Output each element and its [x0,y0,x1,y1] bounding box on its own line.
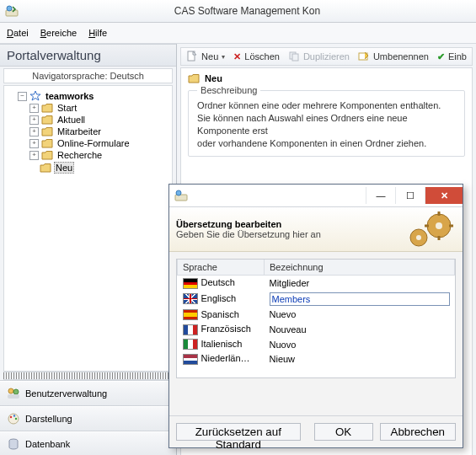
value-cell[interactable]: Nieuw [265,351,455,367]
description-line1: Ordner können eine oder mehrere Komponen… [197,99,456,112]
dialog-titlebar[interactable]: — ☐ ✕ [169,185,463,207]
folder-icon [40,163,51,173]
translation-input[interactable] [270,292,450,306]
new-label: Neu [201,51,218,62]
accordion-database[interactable]: Datenbank [0,431,176,455]
embed-button[interactable]: ✔ Einb [437,51,467,62]
folder-icon [41,115,53,125]
app-icon [5,4,19,18]
flag-icon [183,354,198,365]
menu-help[interactable]: Hilfe [88,28,107,38]
translation-grid[interactable]: Sprache Bezeichnung DeutschMitgliederEng… [176,259,456,378]
tree-item-label: Mitarbeiter [56,126,103,136]
lang-cell[interactable]: Französisch [178,322,265,337]
svg-point-7 [10,416,12,418]
svg-point-6 [8,414,19,424]
svg-rect-0 [6,10,18,16]
delete-button[interactable]: ✕ Löschen [233,51,280,62]
toolbar: Neu ▾ ✕ Löschen Duplizieren Umbenennen ✔… [180,47,473,66]
value-cell[interactable]: Nuovo [265,337,455,352]
tree-item-label: Recherche [56,150,104,160]
palette-icon [7,412,20,426]
menu-areas[interactable]: Bereiche [40,28,77,38]
reset-button[interactable]: Zurücksetzen auf Standard [176,423,301,441]
splitter[interactable] [3,372,173,380]
description-legend: Beschreibung [197,85,260,95]
value-cell[interactable]: Mitglieder [265,276,455,291]
collapse-icon[interactable]: − [18,92,27,101]
description-line3: oder vorhandene Komponenten in einen Ord… [197,137,456,150]
expand-icon[interactable] [29,164,37,172]
svg-point-1 [7,6,12,11]
app-icon [174,189,188,202]
tree-root-label: teamworks [44,91,95,101]
embed-label: Einb [448,51,467,62]
translation-value: Nieuw [270,354,296,364]
flag-icon [183,324,198,335]
expand-icon[interactable]: + [29,115,39,125]
expand-icon[interactable]: + [29,127,39,136]
star-icon [29,90,41,102]
accordion-users[interactable]: Benutzerverwaltung [0,381,176,406]
lang-cell[interactable]: Niederlän… [178,351,265,367]
gears-icon [402,211,456,248]
lang-cell[interactable]: Deutsch [178,276,265,291]
chevron-down-icon: ▾ [222,53,225,61]
description-line2: Sie können nach Auswahl eines Ordners ei… [197,112,456,137]
tree-item-label: Start [56,103,78,113]
delete-label: Löschen [244,51,280,62]
tree-item[interactable]: +Aktuell [29,115,170,125]
folder-icon [188,73,200,83]
accordion-appearance[interactable]: Darstellung [0,406,176,431]
svg-marker-2 [30,91,40,100]
minimize-button[interactable]: — [366,187,395,204]
expand-icon[interactable]: + [29,104,39,113]
tree-item[interactable]: +Recherche [29,150,170,160]
lang-cell[interactable]: Spanisch [178,308,265,323]
folder-icon [41,126,53,136]
cancel-button[interactable]: Abbrechen [380,423,456,441]
value-cell[interactable]: Nuevo [265,308,455,323]
lang-cell[interactable]: Englisch [178,291,265,308]
accordion-users-label: Benutzerverwaltung [25,388,107,399]
rename-label: Umbenennen [373,51,429,62]
col-language[interactable]: Sprache [178,260,265,276]
dialog-header: Übersetzung bearbeiten Geben Sie die Übe… [169,207,463,252]
maximize-button[interactable]: ☐ [395,187,425,204]
menu-file[interactable]: Datei [7,28,29,38]
users-icon [7,387,20,400]
tree-item-label: Aktuell [56,115,87,125]
sidebar: Portalverwaltung Navigatorsprache: Deuts… [0,44,177,455]
translation-value: Mitglieder [270,278,310,288]
svg-point-4 [13,389,19,394]
menu-file-label: atei [13,28,29,38]
lang-cell[interactable]: Italienisch [178,337,265,352]
database-icon [7,437,20,451]
app-title: CAS Software Management Kon [24,5,471,17]
expand-icon[interactable]: + [29,151,39,160]
rename-button[interactable]: Umbenennen [358,51,429,62]
app-titlebar: CAS Software Management Kon [0,0,476,23]
value-cell[interactable] [265,291,455,308]
tree-item[interactable]: +Online-Formulare [29,138,170,148]
tree-item[interactable]: Neu [29,162,170,174]
delete-icon: ✕ [233,51,241,62]
ok-button[interactable]: OK [314,423,373,441]
tree-item[interactable]: +Start [29,103,170,113]
expand-icon[interactable]: + [29,139,39,148]
navigator-tree[interactable]: − teamworks +Start+Aktuell+Mitarbeiter+O… [3,85,173,372]
folder-icon [41,138,53,148]
new-button[interactable]: Neu ▾ [186,51,225,62]
value-cell[interactable]: Nouveau [265,322,455,337]
translation-value: Nuovo [270,340,297,350]
duplicate-button[interactable]: Duplizieren [288,51,350,62]
col-value[interactable]: Bezeichnung [265,260,455,276]
svg-rect-16 [175,195,187,201]
flag-icon [183,309,198,320]
close-button[interactable]: ✕ [425,187,463,204]
tree-item-label: Neu [54,162,74,174]
tree-item[interactable]: +Mitarbeiter [29,126,170,136]
duplicate-icon [288,51,300,62]
navigator-language[interactable]: Navigatorsprache: Deutsch [3,68,173,83]
tree-root[interactable]: − teamworks [18,90,170,102]
